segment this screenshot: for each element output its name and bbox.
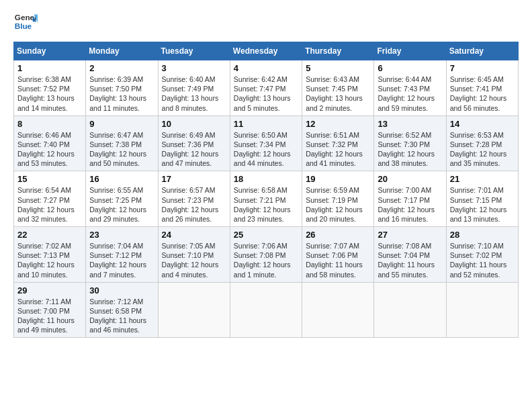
day-info: Sunrise: 7:02 AMSunset: 7:13 PMDaylight:… (17, 241, 82, 279)
week-row-4: 22Sunrise: 7:02 AMSunset: 7:13 PMDayligh… (14, 227, 519, 283)
day-info: Sunrise: 7:06 AMSunset: 7:08 PMDaylight:… (234, 241, 298, 279)
day-number: 12 (306, 119, 370, 129)
day-info: Sunrise: 7:07 AMSunset: 7:06 PMDaylight:… (306, 241, 370, 279)
day-info: Sunrise: 6:46 AMSunset: 7:40 PMDaylight:… (17, 130, 82, 169)
header: General Blue (13, 11, 519, 35)
day-number: 5 (306, 63, 370, 73)
day-number: 10 (162, 119, 226, 129)
week-row-2: 8Sunrise: 6:46 AMSunset: 7:40 PMDaylight… (14, 116, 519, 171)
day-info: Sunrise: 6:40 AMSunset: 7:49 PMDaylight:… (162, 75, 226, 113)
day-info: Sunrise: 7:04 AMSunset: 7:12 PMDaylight:… (89, 241, 154, 279)
week-row-3: 15Sunrise: 6:54 AMSunset: 7:27 PMDayligh… (14, 171, 519, 227)
day-number: 28 (450, 230, 515, 240)
day-number: 4 (234, 63, 298, 73)
day-cell: 22Sunrise: 7:02 AMSunset: 7:13 PMDayligh… (14, 227, 86, 283)
day-number: 15 (17, 174, 82, 184)
day-cell: 24Sunrise: 7:05 AMSunset: 7:10 PMDayligh… (158, 227, 230, 283)
day-number: 16 (89, 174, 154, 184)
day-number: 14 (450, 119, 515, 129)
day-cell: 19Sunrise: 6:59 AMSunset: 7:19 PMDayligh… (302, 171, 374, 227)
day-cell: 27Sunrise: 7:08 AMSunset: 7:04 PMDayligh… (374, 227, 446, 283)
day-info: Sunrise: 6:45 AMSunset: 7:41 PMDaylight:… (450, 75, 515, 113)
weekday-monday: Monday (86, 42, 158, 60)
day-cell (446, 282, 518, 338)
day-number: 20 (378, 174, 442, 184)
weekday-header-row: SundayMondayTuesdayWednesdayThursdayFrid… (14, 42, 519, 60)
day-number: 23 (89, 230, 154, 240)
day-info: Sunrise: 7:01 AMSunset: 7:15 PMDaylight:… (450, 185, 515, 224)
day-number: 8 (17, 119, 82, 129)
day-info: Sunrise: 6:58 AMSunset: 7:21 PMDaylight:… (234, 185, 298, 224)
weekday-saturday: Saturday (446, 42, 518, 60)
day-cell (302, 282, 374, 338)
day-cell: 16Sunrise: 6:55 AMSunset: 7:25 PMDayligh… (86, 171, 158, 227)
day-number: 29 (17, 285, 82, 295)
day-info: Sunrise: 6:44 AMSunset: 7:43 PMDaylight:… (378, 75, 442, 113)
day-cell: 26Sunrise: 7:07 AMSunset: 7:06 PMDayligh… (302, 227, 374, 283)
day-number: 6 (378, 63, 442, 73)
day-cell: 14Sunrise: 6:53 AMSunset: 7:28 PMDayligh… (446, 116, 518, 171)
logo-icon: General Blue (13, 11, 38, 35)
day-info: Sunrise: 7:12 AMSunset: 6:58 PMDaylight:… (89, 297, 154, 335)
day-number: 25 (234, 230, 298, 240)
day-info: Sunrise: 7:00 AMSunset: 7:17 PMDaylight:… (378, 185, 442, 224)
day-cell: 9Sunrise: 6:47 AMSunset: 7:38 PMDaylight… (86, 116, 158, 171)
day-number: 1 (17, 63, 82, 73)
logo: General Blue (13, 11, 38, 35)
calendar-table: SundayMondayTuesdayWednesdayThursdayFrid… (13, 42, 519, 338)
day-cell: 29Sunrise: 7:11 AMSunset: 7:00 PMDayligh… (14, 282, 86, 338)
day-number: 13 (378, 119, 442, 129)
weekday-wednesday: Wednesday (230, 42, 302, 60)
day-cell: 30Sunrise: 7:12 AMSunset: 6:58 PMDayligh… (86, 282, 158, 338)
day-cell (374, 282, 446, 338)
day-cell: 1Sunrise: 6:38 AMSunset: 7:52 PMDaylight… (14, 60, 86, 116)
day-number: 2 (89, 63, 154, 73)
day-number: 18 (234, 174, 298, 184)
day-number: 7 (450, 63, 515, 73)
day-info: Sunrise: 7:11 AMSunset: 7:00 PMDaylight:… (17, 297, 82, 335)
day-cell: 8Sunrise: 6:46 AMSunset: 7:40 PMDaylight… (14, 116, 86, 171)
day-info: Sunrise: 6:47 AMSunset: 7:38 PMDaylight:… (89, 130, 154, 169)
day-number: 3 (162, 63, 226, 73)
week-row-1: 1Sunrise: 6:38 AMSunset: 7:52 PMDaylight… (14, 60, 519, 116)
week-row-5: 29Sunrise: 7:11 AMSunset: 7:00 PMDayligh… (14, 282, 519, 338)
day-cell: 20Sunrise: 7:00 AMSunset: 7:17 PMDayligh… (374, 171, 446, 227)
day-info: Sunrise: 6:50 AMSunset: 7:34 PMDaylight:… (234, 130, 298, 169)
day-cell: 17Sunrise: 6:57 AMSunset: 7:23 PMDayligh… (158, 171, 230, 227)
day-info: Sunrise: 7:10 AMSunset: 7:02 PMDaylight:… (450, 241, 515, 279)
day-cell: 7Sunrise: 6:45 AMSunset: 7:41 PMDaylight… (446, 60, 518, 116)
day-info: Sunrise: 7:08 AMSunset: 7:04 PMDaylight:… (378, 241, 442, 279)
day-cell (158, 282, 230, 338)
day-cell: 5Sunrise: 6:43 AMSunset: 7:45 PMDaylight… (302, 60, 374, 116)
day-cell: 25Sunrise: 7:06 AMSunset: 7:08 PMDayligh… (230, 227, 302, 283)
day-number: 24 (162, 230, 226, 240)
day-number: 27 (378, 230, 442, 240)
day-number: 11 (234, 119, 298, 129)
day-info: Sunrise: 6:57 AMSunset: 7:23 PMDaylight:… (162, 185, 226, 224)
day-number: 30 (89, 285, 154, 295)
day-cell: 10Sunrise: 6:49 AMSunset: 7:36 PMDayligh… (158, 116, 230, 171)
weekday-tuesday: Tuesday (158, 42, 230, 60)
day-cell: 15Sunrise: 6:54 AMSunset: 7:27 PMDayligh… (14, 171, 86, 227)
day-info: Sunrise: 6:51 AMSunset: 7:32 PMDaylight:… (306, 130, 370, 169)
day-info: Sunrise: 6:59 AMSunset: 7:19 PMDaylight:… (306, 185, 370, 224)
day-info: Sunrise: 6:43 AMSunset: 7:45 PMDaylight:… (306, 75, 370, 113)
day-cell: 11Sunrise: 6:50 AMSunset: 7:34 PMDayligh… (230, 116, 302, 171)
day-cell: 12Sunrise: 6:51 AMSunset: 7:32 PMDayligh… (302, 116, 374, 171)
day-info: Sunrise: 6:52 AMSunset: 7:30 PMDaylight:… (378, 130, 442, 169)
day-number: 9 (89, 119, 154, 129)
day-cell (230, 282, 302, 338)
day-cell: 18Sunrise: 6:58 AMSunset: 7:21 PMDayligh… (230, 171, 302, 227)
day-cell: 6Sunrise: 6:44 AMSunset: 7:43 PMDaylight… (374, 60, 446, 116)
day-cell: 4Sunrise: 6:42 AMSunset: 7:47 PMDaylight… (230, 60, 302, 116)
day-info: Sunrise: 7:05 AMSunset: 7:10 PMDaylight:… (162, 241, 226, 279)
day-number: 21 (450, 174, 515, 184)
day-number: 22 (17, 230, 82, 240)
day-info: Sunrise: 6:55 AMSunset: 7:25 PMDaylight:… (89, 185, 154, 224)
day-cell: 23Sunrise: 7:04 AMSunset: 7:12 PMDayligh… (86, 227, 158, 283)
day-number: 19 (306, 174, 370, 184)
day-number: 17 (162, 174, 226, 184)
weekday-friday: Friday (374, 42, 446, 60)
svg-text:Blue: Blue (15, 21, 32, 30)
day-info: Sunrise: 6:54 AMSunset: 7:27 PMDaylight:… (17, 185, 82, 224)
